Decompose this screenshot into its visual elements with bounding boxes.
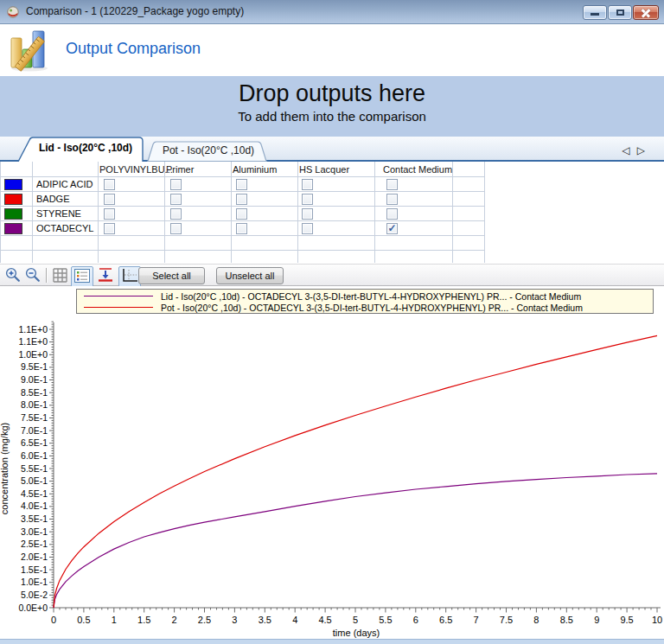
column-header: Contact Medium: [383, 164, 452, 176]
y-tick-label: 9.0E-1: [21, 374, 48, 385]
layer-checkbox-unchecked[interactable]: [302, 223, 313, 234]
layer-checkbox-unchecked[interactable]: [302, 208, 313, 220]
y-tick-label: 5.5E-1: [21, 463, 48, 474]
y-tick-label: 1.0E+0: [18, 349, 48, 360]
maximize-button[interactable]: [608, 5, 632, 20]
layer-checkbox-unchecked[interactable]: [104, 208, 115, 220]
x-tick-label: 2: [172, 615, 177, 625]
y-tick-label: 0.0E+0: [18, 603, 48, 613]
tab-strip: Lid - Iso(20°C ,10d) Pot - Iso(20°C ,10d…: [0, 137, 664, 162]
x-tick-label: 5: [353, 615, 358, 625]
dropzone-subtitle: To add them into the comparison: [0, 109, 664, 124]
axes: [54, 322, 661, 608]
layer-checkbox-unchecked[interactable]: [236, 194, 247, 205]
y-tick-label: 7.0E-1: [21, 425, 48, 436]
comparison-window: Comparison - 1 (120229_Package yogo empt…: [0, 0, 664, 644]
y-tick-label: 1.5E-1: [21, 564, 48, 575]
tab-lid-label: Lid - Iso(20°C ,10d): [17, 137, 145, 160]
y-tick-label: 8.5E-1: [21, 387, 48, 398]
title-bar[interactable]: Comparison - 1 (120229_Package yogo empt…: [0, 0, 664, 24]
layer-checkbox-unchecked[interactable]: [236, 208, 247, 220]
y-tick-label: 1.0E-1: [21, 577, 48, 587]
layer-checkbox-unchecked[interactable]: [170, 208, 182, 220]
dropzone-title: Drop outputs here: [0, 76, 664, 107]
minimize-icon: [591, 13, 599, 16]
x-tick-label: 1.5: [137, 615, 150, 625]
legend-entry: Pot - Iso(20°C ,10d) - OCTADECYL 3-(3,5-…: [84, 302, 653, 313]
x-tick-label: 3: [232, 615, 237, 625]
column-header: Primer: [166, 164, 194, 176]
substance-label: OCTADECYL ...: [36, 223, 96, 233]
legend-icon: [72, 267, 93, 284]
layer-checkbox-unchecked[interactable]: [170, 179, 182, 190]
layer-checkbox-unchecked[interactable]: [104, 194, 115, 205]
grid-line: [0, 250, 484, 251]
tab-scroll-right-button[interactable]: ▷: [637, 144, 652, 156]
substance-label: BADGE: [36, 194, 96, 204]
substance-label: ADIPIC ACID: [36, 179, 96, 189]
selection-table: POLYVINYLBU... Primer Aluminium HS Lacqu…: [0, 162, 664, 264]
y-tick-label: 6.5E-1: [21, 437, 48, 448]
layer-checkbox-unchecked[interactable]: [104, 179, 115, 190]
layer-checkbox-unchecked[interactable]: [386, 179, 398, 190]
y-tick-label: 2.0E-1: [21, 552, 48, 562]
y-tick-label: 7.5E-1: [21, 412, 48, 423]
substance-label: STYRENE: [36, 208, 96, 219]
tab-pot-label: Pot - Iso(20°C ,10d): [147, 141, 270, 160]
layer-checkbox-unchecked[interactable]: [104, 223, 115, 234]
series-color-swatch: [4, 208, 22, 220]
grid-toggle-button[interactable]: [53, 268, 67, 286]
layer-checkbox-unchecked[interactable]: [386, 194, 398, 205]
series-color-swatch: [4, 194, 22, 205]
series-color-swatch: [4, 223, 22, 234]
legend-line-sample: [84, 307, 153, 308]
layer-checkbox-unchecked[interactable]: [302, 179, 313, 190]
layer-checkbox-unchecked[interactable]: [236, 223, 247, 234]
series-line-1: [54, 335, 657, 608]
column-header: Aluminium: [233, 164, 277, 176]
y-tick-label: 3.0E-1: [21, 526, 48, 537]
comparison-chart[interactable]: 0.0E+05.0E-21.0E-11.5E-12.0E-12.5E-13.0E…: [0, 316, 664, 639]
legend-label: Pot - Iso(20°C ,10d) - OCTADECYL 3-(3,5-…: [161, 303, 583, 313]
x-tick-label: 6: [413, 615, 418, 625]
close-button[interactable]: [633, 5, 659, 20]
y-tick-label: 4.5E-1: [21, 488, 48, 499]
x-tick-label: 8: [533, 615, 539, 625]
layer-checkbox-checked[interactable]: ✓: [386, 223, 398, 234]
layer-checkbox-unchecked[interactable]: [386, 208, 398, 220]
zoom-in-icon: [4, 266, 22, 284]
zoom-out-button[interactable]: [24, 266, 42, 288]
grid-line: [0, 206, 484, 207]
chart-toolbar: Select all Unselect all: [0, 264, 664, 286]
zoom-out-icon: [24, 266, 42, 284]
layer-checkbox-unchecked[interactable]: [170, 223, 182, 234]
x-tick-label: 9.5: [620, 615, 633, 625]
tab-pot[interactable]: Pot - Iso(20°C ,10d): [147, 141, 270, 162]
limit-line-button[interactable]: [95, 266, 116, 287]
zoom-in-button[interactable]: [4, 266, 22, 288]
y-tick-label: 8.0E-1: [21, 399, 48, 410]
column-header: HS Lacquer: [299, 164, 349, 176]
tab-scroll-left-button[interactable]: ◁: [622, 144, 637, 156]
unselect-all-button[interactable]: Unselect all: [216, 267, 284, 284]
x-tick-label: 0.5: [77, 615, 90, 625]
x-tick-label: 0: [51, 615, 56, 625]
legend-line-sample: [84, 296, 153, 296]
layer-checkbox-unchecked[interactable]: [302, 194, 313, 205]
select-all-button[interactable]: Select all: [138, 267, 205, 284]
x-tick-label: 4: [292, 615, 297, 625]
minimize-button[interactable]: [583, 5, 607, 20]
bar-chart-ruler-icon: [8, 28, 53, 73]
y-tick-label: 5.0E-1: [21, 475, 48, 486]
x-tick-label: 10: [652, 615, 662, 625]
layer-checkbox-unchecked[interactable]: [236, 179, 247, 190]
layer-checkbox-unchecked[interactable]: [170, 194, 182, 205]
y-tick-label: 5.0E-2: [21, 590, 48, 600]
limit-line-icon: [95, 266, 116, 284]
tab-lid[interactable]: Lid - Iso(20°C ,10d): [17, 137, 145, 162]
drop-outputs-zone[interactable]: Drop outputs here To add them into the c…: [0, 76, 664, 137]
grid-line: [0, 176, 484, 177]
x-tick-label: 9: [594, 615, 599, 625]
x-axis-title: time (days): [333, 628, 380, 638]
grid-line: [0, 191, 484, 192]
